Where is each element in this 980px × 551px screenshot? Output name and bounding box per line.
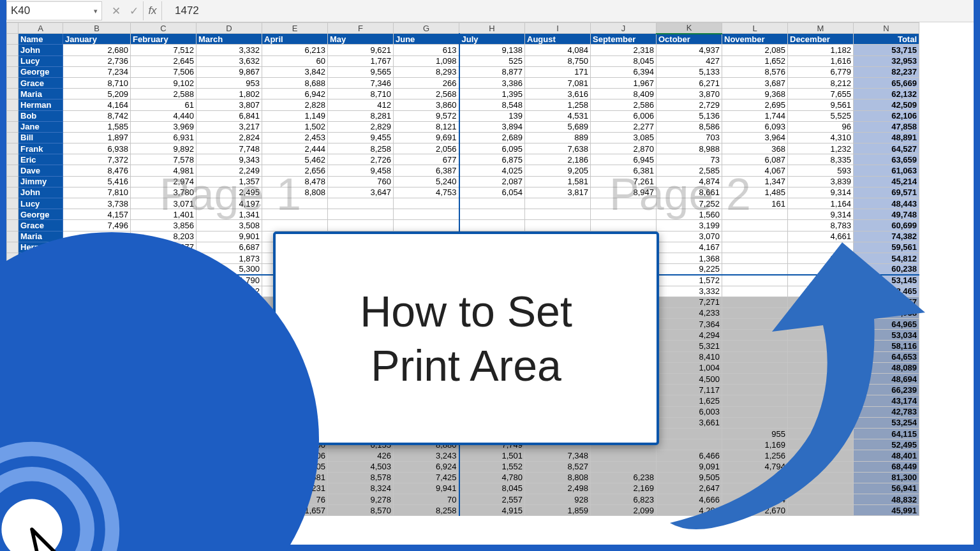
data-cell[interactable]: 5,321	[657, 341, 722, 351]
data-cell[interactable]: 2,729	[657, 99, 722, 110]
data-cell[interactable]: 2,670	[722, 505, 788, 516]
chevron-down-icon[interactable]: ▾	[94, 7, 98, 15]
data-cell[interactable]: 1,395	[459, 89, 525, 99]
data-cell[interactable]: 3,071	[131, 198, 197, 209]
data-cell[interactable]: 8,661	[657, 187, 722, 198]
data-cell[interactable]: 5,133	[657, 66, 722, 77]
data-cell[interactable]: 8,476	[63, 165, 131, 176]
data-cell[interactable]: 953	[197, 77, 262, 88]
data-cell[interactable]: 3,647	[328, 187, 394, 198]
data-cell[interactable]: 6,271	[657, 77, 722, 88]
data-cell[interactable]	[788, 505, 854, 516]
data-cell[interactable]: 7,638	[525, 143, 591, 154]
data-cell[interactable]	[525, 220, 591, 231]
data-cell[interactable]: 8,478	[262, 176, 328, 187]
data-cell[interactable]: 2,186	[525, 154, 591, 165]
data-cell[interactable]	[328, 198, 394, 209]
data-cell[interactable]: 677	[394, 154, 459, 165]
data-cell[interactable]: 9,138	[459, 45, 525, 55]
table-row[interactable]: Eric7,3727,5789,3435,4622,7266776,8752,1…	[7, 154, 919, 165]
data-cell[interactable]: 1,098	[394, 55, 459, 66]
total-cell[interactable]: 53,254	[854, 417, 919, 428]
data-cell[interactable]: 4,197	[197, 198, 262, 209]
total-cell[interactable]: 64,115	[854, 428, 919, 439]
data-cell[interactable]: 6,093	[722, 121, 788, 132]
data-cell[interactable]: 3,217	[197, 121, 262, 132]
name-cell[interactable]: Jane	[19, 121, 63, 132]
data-cell[interactable]: 291	[788, 307, 854, 318]
data-cell[interactable]: 5,067	[788, 286, 854, 297]
data-cell[interactable]: 7,496	[63, 220, 131, 231]
data-cell[interactable]: 2,169	[591, 483, 657, 494]
data-cell[interactable]: 60	[262, 55, 328, 66]
data-cell[interactable]: 4,310	[788, 132, 854, 143]
data-cell[interactable]: 955	[722, 428, 788, 439]
total-cell[interactable]: 42,509	[854, 99, 919, 110]
total-cell[interactable]: 82,237	[854, 66, 919, 77]
data-cell[interactable]: 7,364	[657, 319, 722, 330]
data-cell[interactable]: 1,258	[525, 99, 591, 110]
total-cell[interactable]: 52,495	[854, 439, 919, 450]
data-cell[interactable]	[525, 198, 591, 209]
data-cell[interactable]: 7,117	[657, 385, 722, 395]
data-cell[interactable]: 613	[394, 45, 459, 55]
data-cell[interactable]: 3,104	[788, 406, 854, 417]
data-cell[interactable]: 7,261	[591, 176, 657, 187]
data-cell[interactable]: 8,281	[328, 110, 394, 121]
total-cell[interactable]: 48,089	[854, 362, 919, 373]
header-july[interactable]: July	[459, 34, 525, 45]
data-cell[interactable]: 5,458	[788, 417, 854, 428]
data-cell[interactable]: 1,502	[262, 121, 328, 132]
data-cell[interactable]: 9,621	[328, 45, 394, 55]
data-cell[interactable]: 2,645	[131, 55, 197, 66]
data-cell[interactable]: 8,212	[788, 77, 854, 88]
data-cell[interactable]: 1,560	[657, 209, 722, 220]
data-cell[interactable]: 1,652	[722, 55, 788, 66]
data-cell[interactable]: 8,258	[394, 505, 459, 516]
data-cell[interactable]: 6,875	[459, 154, 525, 165]
data-cell[interactable]: 1,357	[197, 176, 262, 187]
data-cell[interactable]: 8,121	[394, 121, 459, 132]
data-cell[interactable]: 1,004	[657, 362, 722, 373]
total-cell[interactable]: 65,669	[854, 77, 919, 88]
name-cell[interactable]: Jimmy	[19, 176, 63, 187]
data-cell[interactable]: 2,444	[262, 143, 328, 154]
data-cell[interactable]	[394, 220, 459, 231]
total-cell[interactable]: 45,214	[854, 176, 919, 187]
header-may[interactable]: May	[328, 34, 394, 45]
data-cell[interactable]	[722, 209, 788, 220]
data-cell[interactable]: 6,238	[591, 472, 657, 483]
data-cell[interactable]	[394, 198, 459, 209]
data-cell[interactable]: 7,810	[63, 187, 131, 198]
data-cell[interactable]: 6,003	[657, 406, 722, 417]
name-cell[interactable]: Herman	[19, 99, 63, 110]
data-cell[interactable]: 2,249	[197, 165, 262, 176]
name-cell[interactable]: Grace	[19, 220, 63, 231]
data-cell[interactable]: 7,346	[328, 77, 394, 88]
data-cell[interactable]: 889	[525, 132, 591, 143]
data-cell[interactable]: 412	[328, 99, 394, 110]
name-cell[interactable]: Lucy	[19, 198, 63, 209]
data-cell[interactable]: 3,969	[131, 121, 197, 132]
data-cell[interactable]	[591, 198, 657, 209]
name-cell[interactable]: Maria	[19, 89, 63, 99]
data-cell[interactable]: 7,512	[131, 45, 197, 55]
data-cell[interactable]: 1,802	[197, 89, 262, 99]
data-cell[interactable]: 1,501	[459, 450, 525, 461]
data-cell[interactable]: 7,655	[788, 89, 854, 99]
data-cell[interactable]	[788, 483, 854, 494]
table-row[interactable]: George4,1571,4011,3411,5609,31449,748	[7, 209, 919, 220]
data-cell[interactable]: 7,252	[657, 198, 722, 209]
data-cell[interactable]: 6,387	[394, 165, 459, 176]
data-cell[interactable]: 8,410	[657, 351, 722, 362]
name-cell[interactable]: John	[19, 187, 63, 198]
data-cell[interactable]: 5,240	[394, 176, 459, 187]
data-cell[interactable]: 8,750	[525, 55, 591, 66]
data-cell[interactable]: 171	[525, 66, 591, 77]
data-cell[interactable]: 2,656	[262, 165, 328, 176]
total-cell[interactable]: 56,941	[854, 483, 919, 494]
total-cell[interactable]: 58,938	[854, 307, 919, 318]
data-cell[interactable]: 4,666	[657, 494, 722, 505]
data-cell[interactable]: 322	[788, 330, 854, 341]
data-cell[interactable]: 8,947	[591, 187, 657, 198]
